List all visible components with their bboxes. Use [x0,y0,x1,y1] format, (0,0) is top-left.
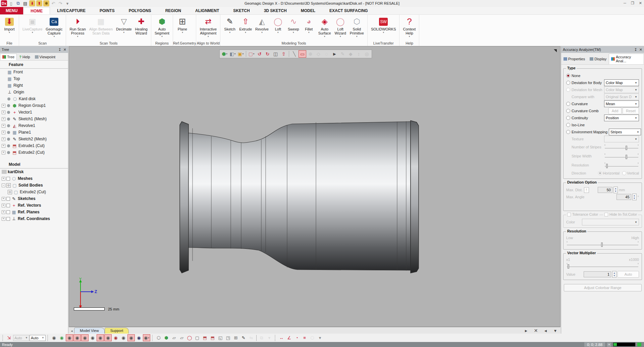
minimize-button[interactable]: ─ [624,1,626,5]
continuity-select[interactable]: Position▼ [604,115,639,121]
none-radio[interactable] [566,74,570,78]
tree-item-front[interactable]: ▦Front [0,69,68,75]
tree-item-sketch1-mesh[interactable]: +✎Sketch1 (Mesh) [0,116,68,122]
expand-icon[interactable]: + [2,117,5,121]
select-line-icon[interactable]: ╲ [290,50,298,58]
deviation-body-radio[interactable] [566,81,570,85]
visibility-dot[interactable] [7,131,10,134]
render-shaded-icon[interactable]: ◧▾ [229,50,236,58]
quick-access-more-icon[interactable]: ▾ [64,0,70,6]
tab-help[interactable]: ? Help [17,54,32,60]
menu-tab-points[interactable]: POINTS [93,7,122,14]
menu-tab-3d-sketch[interactable]: 3D SKETCH [257,7,294,14]
expand-icon[interactable]: + [2,210,5,214]
tree-item-sketch2-mesh[interactable]: +✎Sketch2 (Mesh) [0,136,68,142]
tab-display[interactable]: Display [587,54,609,64]
undo-icon[interactable]: ↶ [50,0,56,6]
select-rectangle-icon[interactable]: ▭ [299,50,306,58]
menu-tab-model[interactable]: MODEL [294,7,322,14]
open-file-icon[interactable]: ⧉ [15,0,21,6]
sweep-button[interactable]: ∿Sweep▾ [286,16,301,34]
show-3dsketch-eye-icon[interactable]: ◉ [97,334,104,341]
auto-surface-button[interactable]: ◈Auto Surface▾ [317,16,333,38]
expand-icon[interactable]: + [2,204,5,207]
tree-item-meshes[interactable]: +⬡Meshes [0,175,68,182]
show-sketch-eye-icon[interactable]: ◉ [89,334,96,341]
menu-tab-exact-surfacing[interactable]: EXACT SURFACING [322,7,375,14]
import-button[interactable]: ⬇Import▾ [2,16,17,34]
show-origin-eye-icon[interactable]: ◉ [135,334,143,341]
pick-point-icon[interactable]: ▱ [178,334,185,341]
tree-item-sketches[interactable]: +✎Sketches [0,195,68,202]
expand-icon[interactable]: − [2,184,5,187]
redo-icon[interactable]: ↷ [57,0,63,6]
eye-icon[interactable]: ◎ [8,190,12,194]
tab-scroll-left-icon[interactable]: ◂ [69,328,74,334]
curvature-select[interactable]: Mean▼ [604,100,639,107]
extrude-button[interactable]: ⇧Extrude▾ [237,16,254,34]
curvature-comb-radio[interactable] [566,109,570,113]
iso-line-radio[interactable] [566,123,570,127]
restore-button[interactable]: ❐ [631,1,634,5]
menu-tab-polygons[interactable]: POLYGONS [122,7,158,14]
expand-icon[interactable]: + [2,177,5,181]
tree-item-vector1[interactable]: ++Vector1 [0,109,68,116]
tab-support[interactable]: Support [105,328,129,334]
render-colormap-icon[interactable]: ▣▾ [237,50,245,58]
expand-icon[interactable]: + [2,131,5,134]
tab-accuracy-analyzer[interactable]: Accuracy Anal... [609,54,644,64]
show-measure-eye-icon[interactable]: ◉▾ [143,334,150,341]
show-pointcloud-eye-icon[interactable]: ◉ [66,334,73,341]
render-regions-icon[interactable]: ⬢▾ [221,50,228,58]
new-file-icon[interactable]: ▯ [8,0,14,6]
expand-icon[interactable]: + [2,124,5,128]
eye-icon[interactable]: ◎ [6,183,11,188]
plane-button[interactable]: ⊞Plane▾ [175,16,190,34]
auto-segment-button[interactable]: ⬢Auto Segment▾ [153,16,171,38]
visibility-dot[interactable] [7,118,10,121]
measure-angle-icon[interactable]: ∠ [285,334,293,341]
loft-button[interactable]: ◯Loft▾ [270,16,286,34]
measure-radius-icon[interactable]: ◔ [293,334,301,341]
decimate-button[interactable]: ▽Decimate▾ [114,16,133,34]
interactive-alignment-button[interactable]: ⇄Interactive Alignment▾ [198,16,218,38]
solidworks-button[interactable]: SWSOLIDWORKS▾ [369,16,398,34]
import-folder-icon[interactable]: ⬇ [29,0,35,6]
visibility-checkbox[interactable] [6,204,10,207]
visibility-dot[interactable] [7,124,10,127]
expand-icon[interactable]: + [2,104,5,108]
tab-close-icon[interactable]: ✕ [532,327,540,334]
folder-settings-icon[interactable]: ✱ [43,0,49,6]
split-view-icon[interactable]: ◫ [272,50,279,58]
show-region-eye-icon[interactable]: ◉ [58,334,65,341]
align-view-icon[interactable]: ⇧ [280,50,287,58]
close-button[interactable]: ✕ [639,1,642,5]
visibility-dot[interactable] [7,138,10,141]
tab-scroll-right-icon[interactable]: ▸ [522,327,530,334]
pick-sketch-icon[interactable]: ✎ [240,334,247,341]
environment-mapping-radio[interactable] [566,130,570,134]
visibility-checkbox[interactable] [6,177,10,181]
pick-top-face-icon[interactable]: ⬒ [201,334,209,341]
deviation-body-select[interactable]: Color Map▼ [604,79,639,86]
tab-first-icon[interactable]: ◂ [542,327,549,334]
tab-tree[interactable]: Tree [0,54,17,60]
tree-item-ref-vectors[interactable]: ++Ref. Vectors [0,202,68,209]
tree-item-plane1[interactable]: +▦Plane1 [0,129,68,136]
expand-icon[interactable]: + [2,111,5,114]
kart-disk-3d-model[interactable] [69,47,560,327]
tree-item-ref-planes[interactable]: +▦Ref. Planes [0,209,68,215]
tree-item-kard-disk[interactable]: ⬡Kard disk [0,95,68,102]
tab-menu-icon[interactable]: ▾ [551,327,559,334]
show-plane-eye-icon[interactable]: ◉ [120,334,127,341]
visibility-dot[interactable] [7,111,10,114]
selection-mode-select[interactable]: Auto▼ [30,335,46,341]
revolve-button[interactable]: ◭Revolve▾ [254,16,270,34]
menu-tab-home[interactable]: HOME [23,7,50,14]
pick-boundary-icon[interactable]: ◯ [186,334,193,341]
show-mesh-eye-icon[interactable]: ◉ [50,334,58,341]
tree-item-extrude2-cut[interactable]: ◎▢Extrude2 (Cut) [0,189,68,195]
measure-more-icon[interactable]: ▾ [316,334,324,341]
save-file-icon[interactable]: ▤ [22,0,28,6]
tree-item-revolve1[interactable]: +◭Revolve1 [0,122,68,129]
